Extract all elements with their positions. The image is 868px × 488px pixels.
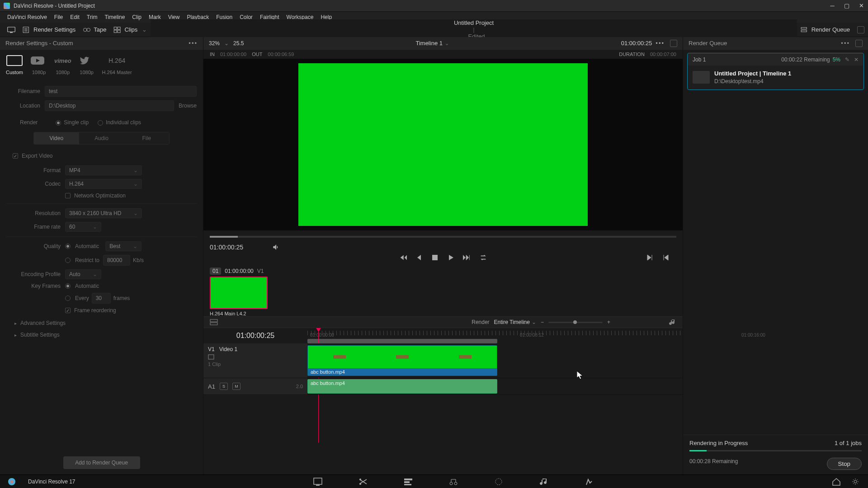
- minimize-button[interactable]: ─: [829, 3, 835, 9]
- preset-custom[interactable]: Custom: [5, 54, 24, 75]
- volume-icon[interactable]: [272, 243, 280, 251]
- menu-timeline[interactable]: Timeline: [101, 12, 128, 22]
- timeline-view-icon[interactable]: [210, 319, 218, 325]
- tab-audio[interactable]: Audio: [79, 132, 124, 144]
- step-back-button[interactable]: [415, 254, 423, 261]
- preset-twitter[interactable]: 1080p: [78, 54, 96, 75]
- quality-restrict-radio[interactable]: [65, 258, 71, 263]
- media-page-icon[interactable]: [313, 478, 322, 486]
- deliver-page-icon[interactable]: [585, 478, 594, 486]
- monitor-button[interactable]: [4, 25, 19, 35]
- out-label: OUT: [252, 52, 262, 57]
- preset-h264[interactable]: H.264 H.264 Master: [102, 54, 132, 75]
- zoom-slider[interactable]: [548, 322, 603, 323]
- clips-button[interactable]: Clips⌄: [110, 24, 151, 35]
- subtitle-settings-row[interactable]: ▸Subtitle Settings: [6, 329, 197, 341]
- kf-auto-radio[interactable]: [65, 283, 71, 289]
- resolution-select[interactable]: 3840 x 2160 Ultra HD: [65, 208, 142, 218]
- prev-clip-button[interactable]: [662, 254, 670, 261]
- go-end-button[interactable]: [463, 254, 471, 261]
- kf-every-input[interactable]: [92, 293, 111, 304]
- maximize-button[interactable]: ▢: [844, 3, 850, 9]
- svg-rect-23: [404, 481, 410, 483]
- mute-button[interactable]: M: [232, 383, 241, 390]
- queue-job[interactable]: Job 1 00:00:22 Remaining 5% ✎ ✕ Untitled…: [688, 53, 863, 89]
- codec-select[interactable]: H.264: [65, 179, 142, 189]
- go-start-button[interactable]: [399, 254, 407, 261]
- mode-single[interactable]: Single clip: [56, 119, 89, 126]
- video-clip[interactable]: abc button.mp4: [307, 345, 497, 376]
- kf-every-radio[interactable]: [65, 296, 71, 301]
- fairlight-page-icon[interactable]: [539, 478, 548, 486]
- zoom-in-button[interactable]: +: [607, 319, 610, 325]
- location-input[interactable]: [45, 100, 174, 111]
- chevron-down-icon[interactable]: ⌄: [444, 40, 449, 47]
- panel-menu-icon[interactable]: •••: [189, 40, 198, 47]
- job-remove-icon[interactable]: ✕: [854, 56, 859, 63]
- audio-clip[interactable]: abc button.mp4: [307, 379, 497, 394]
- queue-menu-icon[interactable]: •••: [841, 40, 850, 47]
- job-edit-icon[interactable]: ✎: [845, 56, 849, 63]
- viewer-header: 32%⌄ 25.5 Timeline 1 ⌄ 01:00:00:25 •••: [203, 37, 683, 50]
- framerate-select[interactable]: 60: [65, 222, 101, 232]
- menu-trim[interactable]: Trim: [83, 12, 101, 22]
- tab-video[interactable]: Video: [34, 132, 79, 144]
- edit-page-icon[interactable]: [404, 478, 413, 486]
- clip-thumbnail[interactable]: [210, 277, 268, 309]
- settings-icon[interactable]: [851, 478, 860, 486]
- fusion-page-icon[interactable]: [449, 478, 458, 486]
- viewer-expand-icon[interactable]: [670, 40, 677, 47]
- tab-file[interactable]: File: [124, 132, 169, 144]
- clip-codec-name: H.264 Main L4.2: [210, 311, 268, 316]
- menu-davinci[interactable]: DaVinci Resolve: [4, 12, 51, 22]
- scrubber-track[interactable]: [210, 236, 676, 238]
- render-queue-toggle[interactable]: Render Queue: [797, 24, 854, 35]
- viewer-canvas-area[interactable]: [203, 59, 683, 230]
- zoom-dropdown-icon[interactable]: ⌄: [224, 40, 229, 47]
- browse-button[interactable]: Browse: [179, 103, 197, 109]
- audio-meters-icon[interactable]: [669, 319, 676, 326]
- menu-clip[interactable]: Clip: [128, 12, 145, 22]
- frame-reorder-check[interactable]: [65, 308, 71, 313]
- home-icon[interactable]: [832, 478, 841, 486]
- preset-youtube[interactable]: 1080p: [30, 54, 48, 75]
- mode-individual[interactable]: Individual clips: [98, 119, 141, 126]
- viewer-menu-icon[interactable]: •••: [656, 40, 665, 47]
- queue-expand-icon[interactable]: [855, 40, 863, 47]
- quality-auto-radio[interactable]: [65, 244, 71, 249]
- netopt-check[interactable]: [65, 193, 71, 198]
- play-button[interactable]: [447, 254, 455, 261]
- filename-input[interactable]: [45, 86, 197, 97]
- zoom-out-button[interactable]: −: [541, 319, 544, 325]
- add-to-queue-button[interactable]: Add to Render Queue: [63, 456, 140, 469]
- zoom-level[interactable]: 32%: [209, 40, 220, 47]
- track-v1-lock-icon[interactable]: [208, 354, 214, 360]
- track-a1-head[interactable]: A1 S M 2.0: [203, 378, 307, 394]
- render-settings-button[interactable]: Render Settings: [19, 24, 79, 35]
- quality-select[interactable]: Best: [105, 241, 142, 251]
- menu-file[interactable]: File: [51, 12, 66, 22]
- restrict-input[interactable]: [103, 255, 130, 266]
- tape-button[interactable]: Tape: [79, 24, 110, 35]
- format-select[interactable]: MP4: [65, 165, 142, 175]
- preset-vimeo[interactable]: vimeo 1080p: [54, 54, 71, 75]
- solo-button[interactable]: S: [220, 383, 228, 390]
- color-page-icon[interactable]: [494, 478, 503, 486]
- close-button[interactable]: ✕: [858, 3, 864, 9]
- ruler-range[interactable]: [307, 339, 497, 343]
- timeline-ruler[interactable]: 01:00:00:25 01:00:00:00 01:00:08:12 01:0…: [203, 328, 683, 343]
- track-v1-id: V1: [208, 346, 215, 352]
- track-v1-head[interactable]: V1Video 1 1 Clip: [203, 343, 307, 378]
- next-clip-button[interactable]: [646, 254, 654, 261]
- export-video-check[interactable]: [13, 153, 18, 159]
- toolbar: Render Settings Tape Clips⌄ Untitled Pro…: [0, 23, 868, 37]
- cut-page-icon[interactable]: [359, 478, 368, 486]
- stop-button[interactable]: [431, 254, 439, 261]
- menu-edit[interactable]: Edit: [66, 12, 83, 22]
- expand-panel-icon[interactable]: [857, 26, 864, 33]
- tl-scope-select[interactable]: Entire Timeline: [494, 319, 536, 325]
- loop-button[interactable]: [479, 254, 487, 261]
- encprof-select[interactable]: Auto: [65, 269, 101, 279]
- stop-button[interactable]: Stop: [827, 458, 862, 470]
- advanced-settings-row[interactable]: ▸Advanced Settings: [6, 317, 197, 329]
